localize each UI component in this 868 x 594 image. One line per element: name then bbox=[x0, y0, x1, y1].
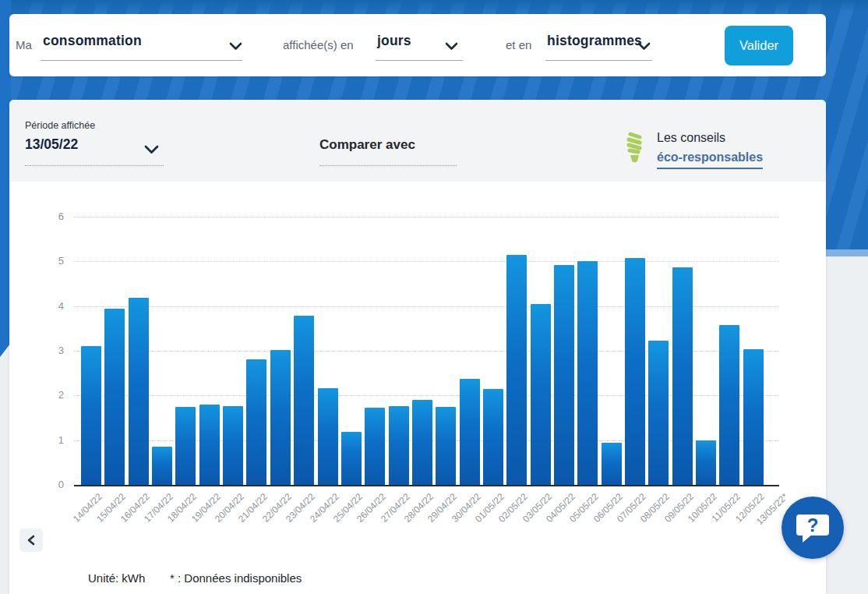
tips-title: Les conseils bbox=[657, 131, 725, 145]
bar-01/05/22[interactable] bbox=[483, 389, 503, 485]
bar-22/04/22[interactable] bbox=[270, 350, 291, 485]
filter-toolbar: Ma consommation affichée(s) en jours et … bbox=[9, 14, 826, 76]
y-axis-tick-label: 1 bbox=[39, 434, 64, 446]
bar-06/05/22[interactable] bbox=[602, 443, 622, 485]
bar-20/04/22[interactable] bbox=[223, 406, 243, 485]
granularity-dropdown[interactable] bbox=[376, 30, 464, 62]
bar-29/04/22[interactable] bbox=[436, 407, 456, 485]
period-dropdown[interactable] bbox=[25, 133, 165, 167]
gridline bbox=[74, 217, 779, 217]
displayed-in-label: affichée(s) en bbox=[283, 38, 354, 51]
chevron-left-icon bbox=[26, 535, 36, 546]
x-axis-line bbox=[74, 485, 779, 486]
compare-underline bbox=[319, 165, 457, 166]
bar-21/04/22[interactable] bbox=[246, 359, 266, 485]
y-axis-tick-label: 5 bbox=[39, 255, 64, 267]
bar-17/04/22[interactable] bbox=[152, 447, 172, 485]
consumption-panel: Période affichée 13/05/22 Comparer avec bbox=[9, 100, 826, 594]
bar-15/04/22[interactable] bbox=[104, 309, 125, 485]
bar-23/04/22[interactable] bbox=[294, 316, 314, 485]
bar-02/05/22[interactable] bbox=[506, 255, 527, 485]
bar-30/04/22[interactable] bbox=[460, 379, 480, 485]
y-axis-tick-label: 6 bbox=[39, 210, 64, 222]
bar-14/04/22[interactable] bbox=[81, 346, 101, 485]
bar-08/05/22[interactable] bbox=[648, 341, 669, 485]
bar-10/05/22[interactable] bbox=[696, 440, 716, 485]
help-chat-button[interactable]: ? bbox=[782, 497, 844, 559]
bar-03/05/22[interactable] bbox=[531, 304, 551, 485]
light-blue-edge-band bbox=[826, 249, 868, 256]
bar-09/05/22[interactable] bbox=[672, 267, 693, 485]
eco-bulb-icon bbox=[623, 129, 645, 168]
y-axis-tick-label: 2 bbox=[39, 389, 64, 401]
valider-button[interactable]: Valider bbox=[725, 26, 793, 65]
consumption-bar-chart: 012345614/04/2215/04/2216/04/2217/04/221… bbox=[9, 182, 826, 517]
compare-with-field[interactable]: Comparer avec bbox=[319, 137, 415, 153]
metric-prefix-label: Ma bbox=[16, 38, 32, 51]
bar-07/05/22[interactable] bbox=[625, 258, 645, 485]
bar-16/04/22[interactable] bbox=[129, 298, 149, 485]
eco-responsables-link[interactable]: éco-responsables bbox=[657, 150, 763, 169]
bar-19/04/22[interactable] bbox=[199, 405, 220, 485]
bar-11/05/22[interactable] bbox=[719, 325, 739, 485]
bar-27/04/22[interactable] bbox=[389, 406, 409, 485]
bar-25/04/22[interactable] bbox=[341, 432, 362, 485]
bar-12/05/22[interactable] bbox=[743, 349, 764, 485]
and-in-label: et en bbox=[506, 38, 531, 51]
y-axis-tick-label: 3 bbox=[39, 345, 64, 356]
unit-note: Unité: kWh bbox=[88, 571, 145, 585]
bar-18/04/22[interactable] bbox=[175, 407, 196, 485]
y-axis-tick-label: 0 bbox=[39, 479, 64, 490]
y-axis-tick-label: 4 bbox=[39, 300, 64, 312]
gridline bbox=[74, 261, 779, 262]
missing-data-note: * : Données indisponibles bbox=[170, 571, 302, 585]
period-displayed-label: Période affichée bbox=[25, 120, 95, 131]
question-mark-glyph: ? bbox=[807, 514, 819, 536]
chat-bubble-icon: ? bbox=[794, 511, 831, 545]
metric-dropdown[interactable] bbox=[41, 30, 243, 62]
period-header: Période affichée 13/05/22 Comparer avec bbox=[9, 100, 826, 182]
bar-28/04/22[interactable] bbox=[412, 400, 432, 485]
bar-24/04/22[interactable] bbox=[318, 388, 338, 485]
bar-05/05/22[interactable] bbox=[577, 261, 598, 485]
bar-04/05/22[interactable] bbox=[554, 265, 574, 485]
chart-style-dropdown[interactable] bbox=[545, 30, 653, 62]
bar-26/04/22[interactable] bbox=[365, 408, 385, 485]
previous-period-button[interactable] bbox=[19, 529, 43, 552]
